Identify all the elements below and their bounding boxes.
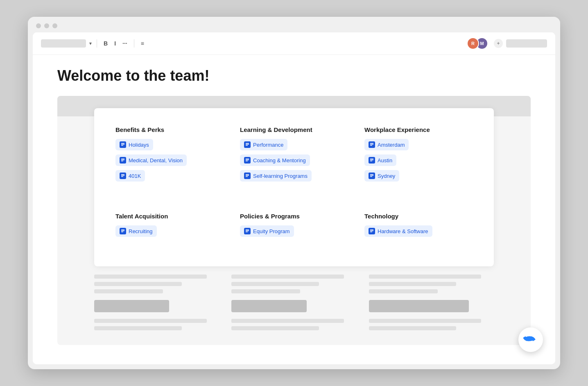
- placeholder-col-4: [94, 300, 219, 312]
- align-button[interactable]: ≡: [139, 39, 146, 48]
- traffic-light-maximize[interactable]: [52, 23, 57, 28]
- tag-austin[interactable]: Austin: [364, 154, 396, 166]
- italic-button[interactable]: I: [113, 39, 118, 48]
- section-title-learning: Learning & Development: [240, 126, 348, 133]
- tag-self-learning[interactable]: Self-learning Programs: [240, 170, 312, 182]
- card-grid-wrapper: Benefits & Perks Holidays: [94, 108, 494, 266]
- tag-holidays[interactable]: Holidays: [115, 139, 153, 150]
- chevron-down-icon[interactable]: ▾: [89, 41, 92, 46]
- svg-rect-30: [246, 229, 249, 230]
- confluence-fab[interactable]: [518, 327, 543, 352]
- traffic-light-close[interactable]: [36, 23, 41, 28]
- svg-rect-29: [121, 232, 123, 232]
- doc-icon-9: [369, 173, 375, 179]
- tag-hardware[interactable]: Hardware & Software: [364, 225, 432, 237]
- add-collaborator-button[interactable]: +: [494, 39, 503, 48]
- ph-block: [369, 300, 469, 312]
- toolbar-divider-2: [134, 39, 134, 48]
- doc-icon-6: [244, 173, 251, 179]
- card-grid-bottom: Talent Acquisition Recruiting: [107, 206, 481, 247]
- section-title-talent: Talent Acquisition: [115, 213, 224, 220]
- placeholder-col-9: [369, 319, 494, 330]
- tag-label: Performance: [253, 142, 283, 148]
- svg-rect-33: [370, 229, 373, 230]
- svg-rect-7: [121, 175, 124, 176]
- svg-rect-4: [121, 160, 124, 161]
- svg-rect-15: [246, 174, 249, 175]
- tag-label: Medical, Dental, Vision: [129, 157, 183, 163]
- section-title-policies: Policies & Programs: [240, 213, 348, 220]
- svg-rect-2: [121, 145, 123, 146]
- svg-rect-31: [246, 231, 249, 232]
- browser-window: ▾ B I ··· ≡ R M + Welcome to the team!: [28, 17, 560, 369]
- tag-label: Austin: [378, 157, 392, 163]
- svg-rect-11: [246, 145, 248, 146]
- svg-rect-28: [121, 231, 124, 232]
- svg-rect-21: [370, 159, 373, 159]
- tag-label: Holidays: [129, 142, 149, 148]
- doc-icon-10: [120, 228, 126, 234]
- tag-performance[interactable]: Performance: [240, 139, 287, 150]
- svg-rect-3: [121, 159, 124, 159]
- section-title-benefits: Benefits & Perks: [115, 126, 224, 133]
- tag-list-policies: Equity Program: [240, 225, 348, 237]
- svg-rect-5: [121, 161, 123, 161]
- doc-icon-7: [369, 141, 375, 148]
- svg-rect-12: [246, 159, 249, 159]
- svg-rect-13: [246, 160, 249, 161]
- tag-list-talent: Recruiting: [115, 225, 224, 237]
- tag-401k[interactable]: 401K: [115, 170, 145, 182]
- avatar-user-1: R: [467, 37, 479, 50]
- section-benefits: Benefits & Perks Holidays: [107, 120, 232, 191]
- section-technology: Technology Hardware & Software: [356, 206, 481, 247]
- ph-line: [94, 289, 163, 293]
- placeholder-section-2: [94, 300, 494, 312]
- toolbar-end-pill[interactable]: [506, 39, 547, 48]
- toolbar: ▾ B I ··· ≡ R M +: [33, 32, 555, 55]
- ph-block: [94, 300, 169, 312]
- toolbar-left: ▾ B I ··· ≡: [41, 39, 146, 48]
- ph-line: [94, 282, 182, 286]
- svg-rect-18: [370, 143, 373, 144]
- placeholder-col-3: [369, 275, 494, 293]
- placeholder-col-1: [94, 275, 219, 293]
- svg-rect-20: [370, 145, 372, 146]
- doc-icon-12: [369, 228, 375, 234]
- ph-line: [369, 289, 438, 293]
- tag-amsterdam[interactable]: Amsterdam: [364, 139, 409, 150]
- bold-button[interactable]: B: [102, 39, 109, 48]
- doc-icon-5: [244, 157, 251, 163]
- ph-line: [369, 275, 482, 279]
- svg-rect-0: [121, 143, 124, 144]
- tag-label: Equity Program: [253, 228, 290, 234]
- section-learning: Learning & Development Performance: [232, 120, 356, 191]
- placeholder-section-1: [94, 275, 494, 293]
- ph-line: [369, 319, 482, 323]
- tag-label: Sydney: [378, 173, 395, 179]
- tag-label: 401K: [129, 173, 141, 179]
- doc-icon-3: [120, 173, 126, 179]
- doc-icon-2: [120, 157, 126, 163]
- tag-medical[interactable]: Medical, Dental, Vision: [115, 154, 187, 166]
- tag-recruiting[interactable]: Recruiting: [115, 225, 157, 237]
- toolbar-divider: [97, 39, 97, 48]
- svg-rect-10: [246, 144, 249, 145]
- placeholder-col-8: [231, 319, 356, 330]
- section-policies: Policies & Programs Equity Program: [232, 206, 356, 247]
- traffic-light-minimize[interactable]: [44, 23, 49, 28]
- svg-rect-24: [370, 174, 373, 175]
- more-button[interactable]: ···: [121, 39, 129, 48]
- tag-sydney[interactable]: Sydney: [364, 170, 399, 182]
- svg-rect-6: [121, 174, 124, 175]
- tag-equity[interactable]: Equity Program: [240, 225, 294, 237]
- toolbar-format-pill[interactable]: [41, 39, 86, 48]
- placeholder-col-2: [231, 275, 356, 293]
- svg-rect-19: [370, 144, 373, 145]
- doc-icon-8: [369, 157, 375, 163]
- page-title: Welcome to the team!: [57, 67, 531, 84]
- tag-label: Hardware & Software: [378, 228, 428, 234]
- tag-label: Amsterdam: [378, 142, 405, 148]
- tag-coaching[interactable]: Coaching & Mentoring: [240, 154, 310, 166]
- ph-line: [94, 319, 207, 323]
- doc-icon-4: [244, 141, 251, 148]
